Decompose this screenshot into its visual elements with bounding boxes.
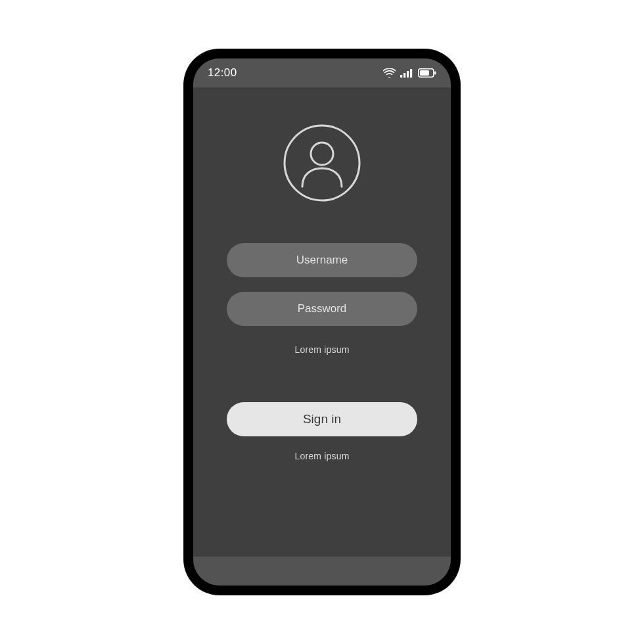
wifi-icon (383, 68, 396, 78)
password-input[interactable] (227, 292, 417, 326)
svg-rect-1 (403, 73, 405, 78)
status-icons (383, 68, 436, 78)
home-indicator-bar (193, 557, 451, 586)
battery-icon (418, 68, 436, 78)
phone-screen: 12:00 (193, 58, 451, 586)
svg-rect-2 (407, 71, 409, 78)
phone-frame: 12:00 (184, 49, 460, 595)
status-bar: 12:00 (193, 58, 451, 87)
svg-point-7 (285, 126, 359, 200)
svg-rect-3 (410, 69, 412, 78)
status-time: 12:00 (208, 66, 237, 80)
signup-helper-text[interactable]: Lorem ipsum (294, 451, 349, 461)
svg-rect-0 (400, 75, 402, 78)
svg-rect-5 (420, 70, 429, 76)
forgot-helper-text[interactable]: Lorem ipsum (294, 344, 349, 355)
signal-icon (400, 68, 413, 78)
user-avatar-icon (283, 124, 361, 202)
sign-in-button[interactable]: Sign in (227, 402, 417, 436)
svg-point-8 (311, 143, 333, 165)
login-form: Lorem ipsum Sign in Lorem ipsum (193, 87, 451, 557)
username-input[interactable] (227, 243, 417, 277)
svg-rect-6 (434, 72, 436, 75)
